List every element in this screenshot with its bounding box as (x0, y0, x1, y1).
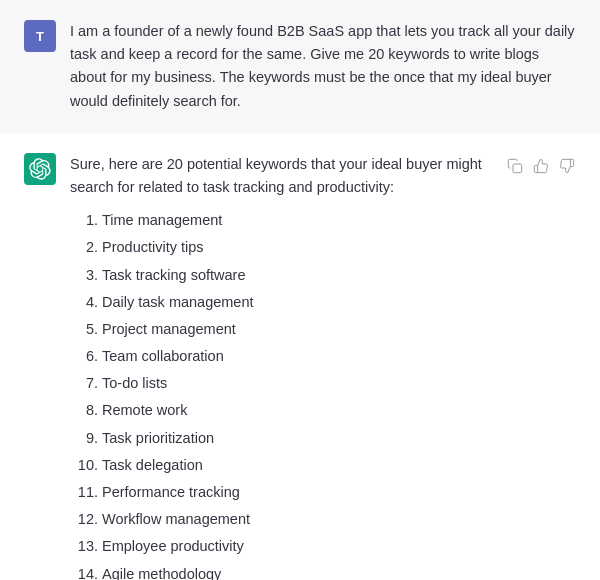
thumbs-down-icon (559, 158, 575, 174)
keyword-text: To-do lists (102, 372, 167, 395)
keyword-text: Performance tracking (102, 481, 240, 504)
list-item: 7.To-do lists (70, 370, 492, 397)
list-item: 3.Task tracking software (70, 262, 492, 289)
keyword-text: Task tracking software (102, 264, 245, 287)
list-item: 13.Employee productivity (70, 533, 492, 560)
keyword-number: 14. (70, 563, 98, 580)
user-avatar: T (24, 20, 56, 52)
keyword-number: 10. (70, 454, 98, 477)
svg-rect-0 (513, 164, 522, 173)
keyword-text: Task delegation (102, 454, 203, 477)
assistant-message-content: Sure, here are 20 potential keywords tha… (70, 153, 492, 580)
keyword-text: Remote work (102, 399, 187, 422)
keyword-text: Project management (102, 318, 236, 341)
keyword-number: 7. (70, 372, 98, 395)
user-avatar-label: T (36, 29, 44, 44)
copy-icon (507, 158, 523, 174)
list-item: 11.Performance tracking (70, 479, 492, 506)
keyword-text: Productivity tips (102, 236, 204, 259)
list-item: 6.Team collaboration (70, 343, 492, 370)
keyword-number: 13. (70, 535, 98, 558)
list-item: 1.Time management (70, 207, 492, 234)
message-actions (506, 157, 576, 175)
list-item: 14.Agile methodology (70, 561, 492, 580)
keyword-text: Daily task management (102, 291, 254, 314)
user-message-text: I am a founder of a newly found B2B SaaS… (70, 23, 575, 109)
keyword-number: 5. (70, 318, 98, 341)
list-item: 9.Task prioritization (70, 425, 492, 452)
keyword-number: 6. (70, 345, 98, 368)
keyword-number: 9. (70, 427, 98, 450)
keyword-number: 12. (70, 508, 98, 531)
list-item: 2.Productivity tips (70, 234, 492, 261)
assistant-intro-text: Sure, here are 20 potential keywords tha… (70, 153, 492, 199)
user-message: T I am a founder of a newly found B2B Sa… (0, 0, 600, 133)
keyword-number: 3. (70, 264, 98, 287)
list-item: 10.Task delegation (70, 452, 492, 479)
list-item: 8.Remote work (70, 397, 492, 424)
keyword-number: 8. (70, 399, 98, 422)
list-item: 12.Workflow management (70, 506, 492, 533)
keyword-text: Workflow management (102, 508, 250, 531)
keyword-text: Team collaboration (102, 345, 224, 368)
keyword-text: Employee productivity (102, 535, 244, 558)
keyword-number: 1. (70, 209, 98, 232)
list-item: 5.Project management (70, 316, 492, 343)
thumbs-up-icon (533, 158, 549, 174)
gpt-avatar (24, 153, 56, 185)
keywords-list: 1.Time management2.Productivity tips3.Ta… (70, 207, 492, 580)
keyword-text: Time management (102, 209, 222, 232)
keyword-text: Agile methodology (102, 563, 221, 580)
copy-button[interactable] (506, 157, 524, 175)
thumbs-down-button[interactable] (558, 157, 576, 175)
gpt-logo-icon (29, 158, 51, 180)
keyword-number: 4. (70, 291, 98, 314)
user-message-content: I am a founder of a newly found B2B SaaS… (70, 20, 576, 113)
keyword-number: 2. (70, 236, 98, 259)
thumbs-up-button[interactable] (532, 157, 550, 175)
keyword-number: 11. (70, 481, 98, 504)
assistant-message: Sure, here are 20 potential keywords tha… (0, 133, 600, 580)
list-item: 4.Daily task management (70, 289, 492, 316)
chat-container: T I am a founder of a newly found B2B Sa… (0, 0, 600, 580)
keyword-text: Task prioritization (102, 427, 214, 450)
